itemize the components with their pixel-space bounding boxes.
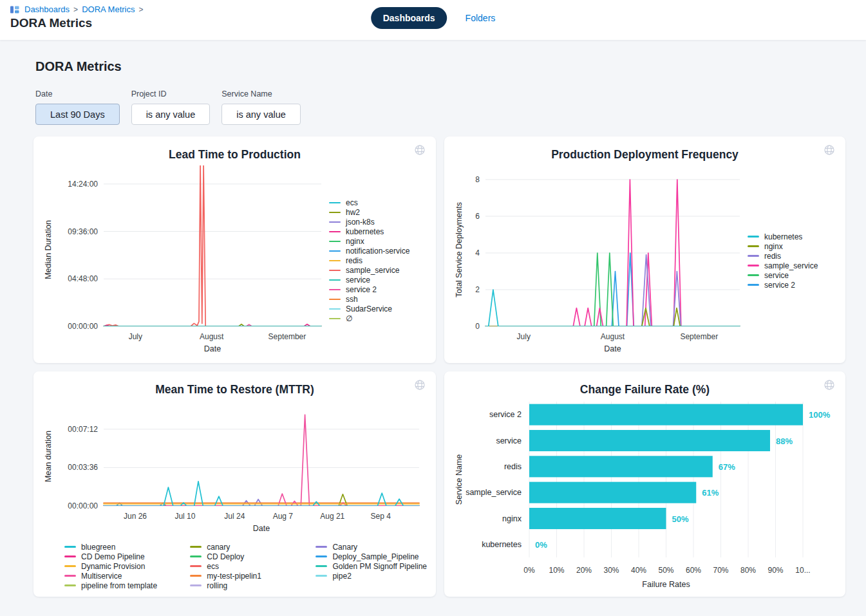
legend-label: bluegreen [81,543,115,552]
filter-service-name-value-button[interactable]: is any value [221,104,301,125]
bar-category-label: service [496,436,522,445]
legend-item-json-k8s[interactable]: json-k8s [329,218,427,227]
legend-swatch [315,555,327,557]
legend-label: ssh [346,295,358,304]
legend-column: CanaryDeploy_Sample_PipelineGolden PM Si… [315,542,427,590]
legend-item-sample_service[interactable]: sample_service [748,261,836,270]
legend-item-Deploy_Sample_Pipeline[interactable]: Deploy_Sample_Pipeline [315,552,427,561]
breadcrumb-link-dashboards[interactable]: Dashboards [24,5,70,14]
legend-column: canaryCD Deployecsmy-test-pipelin1rollin… [190,542,315,590]
globe-icon [414,379,426,391]
legend-item-kubernetes[interactable]: kubernetes [748,232,836,241]
legend-item-kubernetes[interactable]: kubernetes [329,227,427,237]
legend-column: bluegreenCD Demo PipelineDynamic Provisi… [64,542,190,590]
legend-item-nginx[interactable]: nginx [329,237,427,247]
x-tick-label: 20% [576,566,592,575]
legend-label: service [346,275,370,285]
y-tick-label: 0 [475,322,480,331]
x-tick-label: September [268,332,306,341]
legend-swatch [329,308,341,310]
legend-item-pipe2[interactable]: pipe2 [315,571,427,581]
bar-category-label: service 2 [489,410,522,419]
x-tick-label: 70% [713,566,728,575]
legend-item-notification-service[interactable]: notification-service [329,247,427,256]
legend-label: hw2 [346,208,360,217]
deployment-frequency-chart: 02468JulyAugustSeptemberDateTotal Servic… [453,165,748,356]
legend-label: ecs [346,198,358,207]
filter-project-id-label: Project ID [131,89,211,98]
bar-category-label: redis [504,462,522,471]
y-tick-label: 00:03:36 [68,463,98,472]
legend-item-redis[interactable]: redis [329,256,427,266]
legend-label: ecs [207,562,219,571]
legend-swatch [329,202,341,204]
bar-category-label: kubernetes [482,540,522,549]
tab-folders[interactable]: Folders [466,13,496,23]
x-tick-label: 40% [631,566,646,575]
legend-swatch [64,575,76,577]
bar-value-label: 88% [776,436,793,446]
card-mean-time-to-restore: Mean Time to Restore (MTTR) 00:00:0000:0… [33,371,436,597]
breadcrumb-separator: > [138,5,143,14]
y-axis-label: Service Name [455,454,464,505]
legend-label: canary [207,543,230,552]
legend-item-CD Deploy[interactable]: CD Deploy [190,552,315,561]
y-tick-label: 04:48:00 [68,274,98,283]
chart-canvas: 00:00:0004:48:0009:36:0014:24:00JulyAugu… [42,165,329,356]
x-tick-label: July [129,332,142,341]
dashboard-heading: DORA Metrics [35,59,866,74]
chart-canvas: 0%10%20%30%40%50%60%70%80%90%10...servic… [453,398,836,592]
legend-label: pipeline from template [81,581,157,590]
y-tick-label: 8 [475,175,480,184]
legend-item-CD Demo Pipeline[interactable]: CD Demo Pipeline [64,552,190,561]
legend-item-Golden PM Signoff Pipeline[interactable]: Golden PM Signoff Pipeline [315,561,427,571]
breadcrumb-link-dora-metrics[interactable]: DORA Metrics [82,5,135,14]
legend-item-Multiservice[interactable]: Multiservice [64,571,190,581]
legend-item-Dynamic Provision[interactable]: Dynamic Provision [64,561,190,571]
legend-item-hw2[interactable]: hw2 [329,208,427,218]
header-tabs: Dashboards Folders [371,7,496,29]
x-tick-label: Aug 21 [320,512,344,521]
x-tick-label: 90% [767,566,783,575]
legend-label: Multiservice [81,572,122,581]
legend-label: nginx [764,242,783,251]
legend-swatch [748,284,759,286]
filter-date-value-button[interactable]: Last 90 Days [35,104,120,125]
x-tick-label: August [601,332,625,341]
legend-item-service[interactable]: service [748,270,836,280]
legend-label: pipe2 [332,572,351,581]
globe-icon [414,144,426,156]
legend-item-∅[interactable]: ∅ [329,314,427,324]
legend-item-nginx[interactable]: nginx [748,241,836,251]
legend-swatch [329,250,341,252]
legend-item-ecs[interactable]: ecs [190,561,315,571]
legend-label: redis [764,252,781,261]
filter-service-name: Service Name is any value [221,89,301,125]
legend-label: json-k8s [346,218,375,227]
legend-item-service[interactable]: service [329,275,427,285]
legend-item-rolling[interactable]: rolling [190,581,315,590]
legend-item-Canary[interactable]: Canary [315,542,427,552]
legend-item-my-test-pipelin1[interactable]: my-test-pipelin1 [190,571,315,581]
filter-bar: Date Last 90 Days Project ID is any valu… [35,89,866,125]
legend-item-redis[interactable]: redis [748,251,836,261]
y-tick-label: 09:36:00 [68,227,98,236]
legend-item-sample_service[interactable]: sample_service [329,266,427,275]
legend-item-bluegreen[interactable]: bluegreen [64,542,190,552]
bar-service [529,430,770,451]
legend-item-service 2[interactable]: service 2 [329,285,427,295]
legend-item-SudarService[interactable]: SudarService [329,304,427,314]
series-line-Multiservice [104,415,419,506]
legend-item-canary[interactable]: canary [190,542,315,552]
y-axis-label: Mean duration [44,431,53,482]
filter-project-id-value-button[interactable]: is any value [131,104,211,125]
legend-item-service 2[interactable]: service 2 [748,280,836,290]
x-tick-label: Jun 26 [124,512,147,521]
chart-canvas: 02468JulyAugustSeptemberDateTotal Servic… [453,165,748,356]
legend-item-ssh[interactable]: ssh [329,295,427,304]
legend-label: kubernetes [764,232,802,241]
legend-item-ecs[interactable]: ecs [329,198,427,208]
legend-item-pipeline from template[interactable]: pipeline from template [64,581,190,590]
tab-dashboards[interactable]: Dashboards [371,7,447,29]
x-axis-label: Date [204,344,221,353]
